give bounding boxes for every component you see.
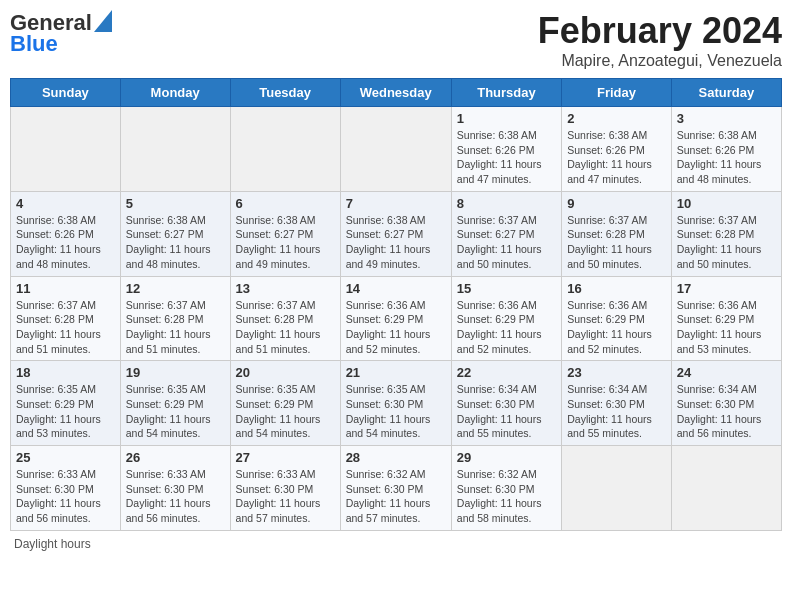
day-cell: 24Sunrise: 6:34 AM Sunset: 6:30 PM Dayli… xyxy=(671,361,781,446)
day-number: 19 xyxy=(126,365,225,380)
footer: Daylight hours xyxy=(10,537,782,551)
logo-blue: Blue xyxy=(10,32,58,56)
day-number: 6 xyxy=(236,196,335,211)
day-cell: 18Sunrise: 6:35 AM Sunset: 6:29 PM Dayli… xyxy=(11,361,121,446)
day-info: Sunrise: 6:32 AM Sunset: 6:30 PM Dayligh… xyxy=(457,467,556,526)
day-cell: 21Sunrise: 6:35 AM Sunset: 6:30 PM Dayli… xyxy=(340,361,451,446)
day-cell xyxy=(562,446,672,531)
col-header-saturday: Saturday xyxy=(671,79,781,107)
day-number: 29 xyxy=(457,450,556,465)
day-cell: 4Sunrise: 6:38 AM Sunset: 6:26 PM Daylig… xyxy=(11,191,121,276)
day-number: 17 xyxy=(677,281,776,296)
day-number: 13 xyxy=(236,281,335,296)
day-cell xyxy=(340,107,451,192)
day-cell xyxy=(120,107,230,192)
day-number: 16 xyxy=(567,281,666,296)
day-number: 27 xyxy=(236,450,335,465)
day-number: 1 xyxy=(457,111,556,126)
day-cell: 13Sunrise: 6:37 AM Sunset: 6:28 PM Dayli… xyxy=(230,276,340,361)
day-info: Sunrise: 6:38 AM Sunset: 6:26 PM Dayligh… xyxy=(567,128,666,187)
daylight-label: Daylight hours xyxy=(14,537,91,551)
week-row-1: 1Sunrise: 6:38 AM Sunset: 6:26 PM Daylig… xyxy=(11,107,782,192)
logo-triangle-icon xyxy=(94,10,112,32)
day-number: 18 xyxy=(16,365,115,380)
day-cell xyxy=(11,107,121,192)
day-number: 5 xyxy=(126,196,225,211)
day-info: Sunrise: 6:37 AM Sunset: 6:27 PM Dayligh… xyxy=(457,213,556,272)
day-number: 22 xyxy=(457,365,556,380)
day-info: Sunrise: 6:33 AM Sunset: 6:30 PM Dayligh… xyxy=(126,467,225,526)
header-row: SundayMondayTuesdayWednesdayThursdayFrid… xyxy=(11,79,782,107)
day-number: 3 xyxy=(677,111,776,126)
day-cell: 10Sunrise: 6:37 AM Sunset: 6:28 PM Dayli… xyxy=(671,191,781,276)
day-cell: 28Sunrise: 6:32 AM Sunset: 6:30 PM Dayli… xyxy=(340,446,451,531)
day-info: Sunrise: 6:36 AM Sunset: 6:29 PM Dayligh… xyxy=(567,298,666,357)
day-info: Sunrise: 6:35 AM Sunset: 6:29 PM Dayligh… xyxy=(16,382,115,441)
day-number: 15 xyxy=(457,281,556,296)
day-cell: 26Sunrise: 6:33 AM Sunset: 6:30 PM Dayli… xyxy=(120,446,230,531)
day-number: 9 xyxy=(567,196,666,211)
day-number: 28 xyxy=(346,450,446,465)
day-cell: 17Sunrise: 6:36 AM Sunset: 6:29 PM Dayli… xyxy=(671,276,781,361)
day-number: 2 xyxy=(567,111,666,126)
week-row-2: 4Sunrise: 6:38 AM Sunset: 6:26 PM Daylig… xyxy=(11,191,782,276)
col-header-wednesday: Wednesday xyxy=(340,79,451,107)
page-header: General Blue February 2024 Mapire, Anzoa… xyxy=(10,10,782,70)
day-number: 10 xyxy=(677,196,776,211)
day-info: Sunrise: 6:38 AM Sunset: 6:27 PM Dayligh… xyxy=(346,213,446,272)
day-cell: 12Sunrise: 6:37 AM Sunset: 6:28 PM Dayli… xyxy=(120,276,230,361)
day-number: 21 xyxy=(346,365,446,380)
location: Mapire, Anzoategui, Venezuela xyxy=(538,52,782,70)
col-header-sunday: Sunday xyxy=(11,79,121,107)
day-number: 25 xyxy=(16,450,115,465)
day-cell: 19Sunrise: 6:35 AM Sunset: 6:29 PM Dayli… xyxy=(120,361,230,446)
day-number: 14 xyxy=(346,281,446,296)
day-info: Sunrise: 6:37 AM Sunset: 6:28 PM Dayligh… xyxy=(236,298,335,357)
day-info: Sunrise: 6:36 AM Sunset: 6:29 PM Dayligh… xyxy=(457,298,556,357)
day-cell: 16Sunrise: 6:36 AM Sunset: 6:29 PM Dayli… xyxy=(562,276,672,361)
day-number: 23 xyxy=(567,365,666,380)
calendar-table: SundayMondayTuesdayWednesdayThursdayFrid… xyxy=(10,78,782,531)
day-cell: 22Sunrise: 6:34 AM Sunset: 6:30 PM Dayli… xyxy=(451,361,561,446)
day-number: 12 xyxy=(126,281,225,296)
svg-marker-0 xyxy=(94,10,112,32)
day-info: Sunrise: 6:36 AM Sunset: 6:29 PM Dayligh… xyxy=(677,298,776,357)
day-cell: 23Sunrise: 6:34 AM Sunset: 6:30 PM Dayli… xyxy=(562,361,672,446)
day-info: Sunrise: 6:38 AM Sunset: 6:26 PM Dayligh… xyxy=(16,213,115,272)
day-cell: 8Sunrise: 6:37 AM Sunset: 6:27 PM Daylig… xyxy=(451,191,561,276)
day-info: Sunrise: 6:36 AM Sunset: 6:29 PM Dayligh… xyxy=(346,298,446,357)
col-header-thursday: Thursday xyxy=(451,79,561,107)
day-info: Sunrise: 6:37 AM Sunset: 6:28 PM Dayligh… xyxy=(16,298,115,357)
day-cell xyxy=(671,446,781,531)
day-cell: 20Sunrise: 6:35 AM Sunset: 6:29 PM Dayli… xyxy=(230,361,340,446)
day-info: Sunrise: 6:38 AM Sunset: 6:27 PM Dayligh… xyxy=(236,213,335,272)
day-cell: 5Sunrise: 6:38 AM Sunset: 6:27 PM Daylig… xyxy=(120,191,230,276)
day-info: Sunrise: 6:37 AM Sunset: 6:28 PM Dayligh… xyxy=(567,213,666,272)
col-header-tuesday: Tuesday xyxy=(230,79,340,107)
col-header-friday: Friday xyxy=(562,79,672,107)
day-cell: 6Sunrise: 6:38 AM Sunset: 6:27 PM Daylig… xyxy=(230,191,340,276)
day-cell: 27Sunrise: 6:33 AM Sunset: 6:30 PM Dayli… xyxy=(230,446,340,531)
day-cell: 15Sunrise: 6:36 AM Sunset: 6:29 PM Dayli… xyxy=(451,276,561,361)
day-cell xyxy=(230,107,340,192)
day-number: 20 xyxy=(236,365,335,380)
day-info: Sunrise: 6:38 AM Sunset: 6:27 PM Dayligh… xyxy=(126,213,225,272)
day-cell: 9Sunrise: 6:37 AM Sunset: 6:28 PM Daylig… xyxy=(562,191,672,276)
day-number: 4 xyxy=(16,196,115,211)
week-row-5: 25Sunrise: 6:33 AM Sunset: 6:30 PM Dayli… xyxy=(11,446,782,531)
day-info: Sunrise: 6:34 AM Sunset: 6:30 PM Dayligh… xyxy=(567,382,666,441)
day-cell: 2Sunrise: 6:38 AM Sunset: 6:26 PM Daylig… xyxy=(562,107,672,192)
day-info: Sunrise: 6:35 AM Sunset: 6:30 PM Dayligh… xyxy=(346,382,446,441)
title-block: February 2024 Mapire, Anzoategui, Venezu… xyxy=(538,10,782,70)
day-info: Sunrise: 6:34 AM Sunset: 6:30 PM Dayligh… xyxy=(677,382,776,441)
day-number: 26 xyxy=(126,450,225,465)
logo: General Blue xyxy=(10,10,112,56)
day-cell: 14Sunrise: 6:36 AM Sunset: 6:29 PM Dayli… xyxy=(340,276,451,361)
day-info: Sunrise: 6:35 AM Sunset: 6:29 PM Dayligh… xyxy=(236,382,335,441)
day-info: Sunrise: 6:38 AM Sunset: 6:26 PM Dayligh… xyxy=(677,128,776,187)
day-info: Sunrise: 6:34 AM Sunset: 6:30 PM Dayligh… xyxy=(457,382,556,441)
day-cell: 7Sunrise: 6:38 AM Sunset: 6:27 PM Daylig… xyxy=(340,191,451,276)
day-cell: 1Sunrise: 6:38 AM Sunset: 6:26 PM Daylig… xyxy=(451,107,561,192)
day-info: Sunrise: 6:38 AM Sunset: 6:26 PM Dayligh… xyxy=(457,128,556,187)
day-info: Sunrise: 6:35 AM Sunset: 6:29 PM Dayligh… xyxy=(126,382,225,441)
